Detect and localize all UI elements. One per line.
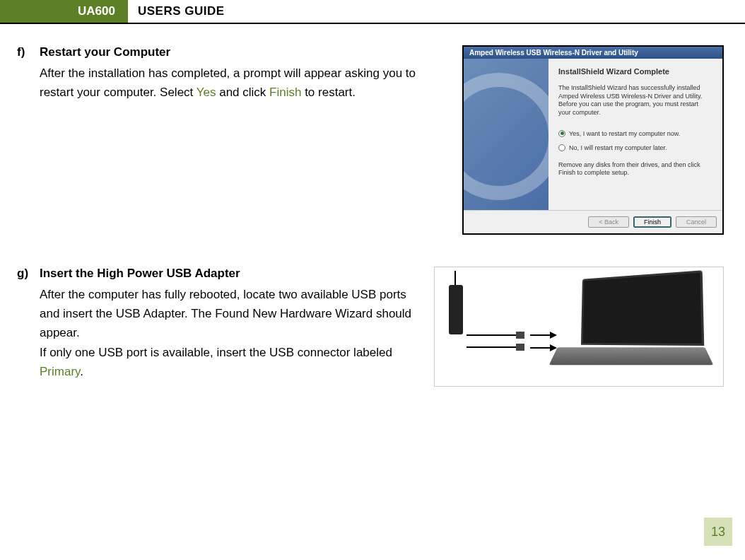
section-f: f) Restart your Computer After the insta… [17, 45, 724, 235]
page-number: 13 [704, 518, 732, 546]
section-g-label: g) [17, 267, 30, 387]
section-g: g) Insert the High Power USB Adapter Aft… [17, 267, 724, 387]
radio-yes-icon [558, 130, 565, 137]
laptop-diagram [434, 267, 724, 387]
section-g-primary: Primary [40, 365, 80, 378]
cancel-button[interactable]: Cancel [676, 216, 717, 228]
section-g-para2: If only one USB port is available, inser… [40, 343, 420, 381]
installer-note: Remove any disks from their drives, and … [558, 161, 712, 177]
laptop-image [434, 267, 724, 387]
header-model: UA600 [0, 0, 128, 23]
installer-titlebar: Amped Wireless USB Wireless-N Driver and… [464, 47, 722, 59]
section-g-line2-pre: If only one USB port is available, inser… [40, 346, 392, 359]
header-title: USERS GUIDE [128, 0, 745, 23]
section-f-post: to restart. [301, 86, 356, 99]
section-g-line2-post: . [80, 365, 83, 378]
usb-adapter-icon [449, 285, 463, 334]
finish-button[interactable]: Finish [633, 216, 671, 228]
section-f-body: Restart your Computer After the installa… [40, 45, 448, 235]
section-g-body: Insert the High Power USB Adapter After … [40, 267, 420, 387]
cable-2 [467, 346, 516, 348]
section-f-text: f) Restart your Computer After the insta… [17, 45, 448, 235]
usb-cables-icon [467, 334, 516, 358]
section-f-mid: and click [216, 86, 269, 99]
radio-no-label: No, I will restart my computer later. [569, 144, 667, 151]
page-content: f) Restart your Computer After the insta… [0, 24, 745, 387]
laptop-icon [539, 274, 709, 380]
radio-no-icon [558, 144, 565, 151]
section-f-yes: Yes [196, 86, 216, 99]
section-f-para: After the installation has completed, a … [40, 64, 448, 102]
installer-content: InstallShield Wizard Complete The Instal… [549, 59, 722, 210]
section-g-para1: After the computer has fully rebooted, l… [40, 285, 420, 343]
radio-yes-row[interactable]: Yes, I want to restart my computer now. [558, 130, 712, 137]
installer-sidebar-graphic [464, 59, 549, 210]
section-f-finish: Finish [269, 86, 301, 99]
installer-screenshot: Amped Wireless USB Wireless-N Driver and… [462, 45, 724, 235]
laptop-screen [581, 270, 704, 346]
installer-body: InstallShield Wizard Complete The Instal… [464, 59, 722, 210]
radio-no-row[interactable]: No, I will restart my computer later. [558, 144, 712, 151]
cable-1 [467, 334, 516, 336]
section-g-title: Insert the High Power USB Adapter [40, 267, 420, 281]
installer-desc: The InstallShield Wizard has successfull… [558, 84, 712, 117]
back-button[interactable]: < Back [588, 216, 629, 228]
radio-yes-label: Yes, I want to restart my computer now. [569, 130, 680, 137]
installer-heading: InstallShield Wizard Complete [558, 67, 712, 76]
installer-button-row: < Back Finish Cancel [464, 210, 722, 233]
section-g-text: g) Insert the High Power USB Adapter Aft… [17, 267, 420, 387]
section-f-title: Restart your Computer [40, 45, 448, 59]
section-f-label: f) [17, 45, 30, 235]
installer-dialog: Amped Wireless USB Wireless-N Driver and… [462, 45, 724, 235]
page-header: UA600 USERS GUIDE [0, 0, 745, 24]
laptop-base [549, 347, 714, 365]
